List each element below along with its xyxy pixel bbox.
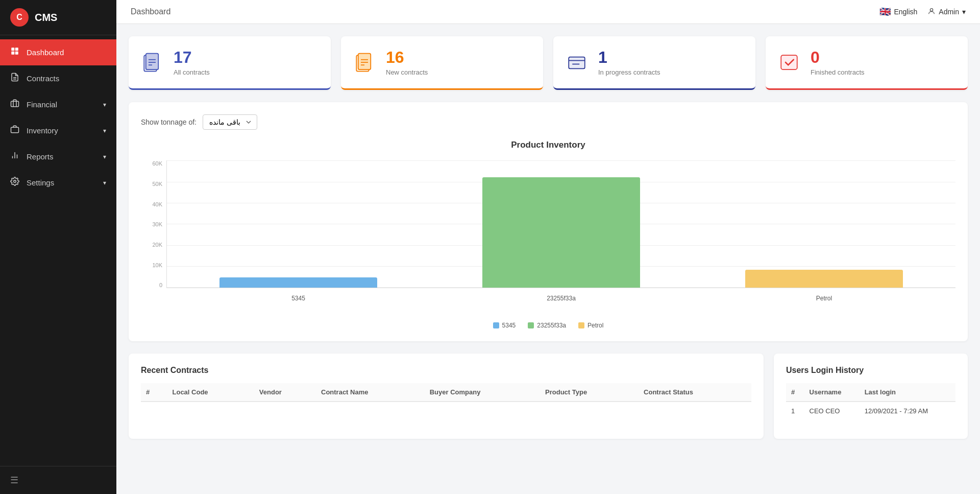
- sidebar-item-settings[interactable]: Settings ▾: [0, 170, 116, 196]
- stat-card-inprogress[interactable]: 1 In progress contracts: [553, 36, 755, 90]
- sidebar-item-reports[interactable]: Reports ▾: [0, 144, 116, 170]
- sidebar-item-contracts[interactable]: Contracts: [0, 65, 116, 91]
- col-vendor: Vendor: [254, 383, 316, 402]
- legend-item-23255f33a: 23255f33a: [528, 322, 566, 329]
- y-label-20k: 20K: [141, 242, 164, 248]
- bar-label-23255f33a: 23255f33a: [547, 295, 576, 302]
- bar-group-petrol: Petrol: [693, 160, 955, 288]
- legend-label-23255f33a: 23255f33a: [537, 322, 566, 329]
- logo-letter: C: [16, 13, 22, 22]
- recent-contracts-section: Recent Contracts # Local Code Vendor Con…: [129, 354, 764, 439]
- logo-icon: C: [10, 8, 29, 27]
- col-num: #: [141, 383, 167, 402]
- stat-label: In progress contracts: [598, 68, 660, 76]
- login-row-lastlogin: 12/09/2021 - 7:29 AM: [860, 402, 955, 420]
- login-col-num: #: [786, 383, 804, 402]
- main-area: Dashboard 🇬🇧 English Admin ▾: [116, 0, 980, 494]
- all-contracts-icon: [139, 49, 165, 76]
- recent-contracts-body: [141, 402, 751, 427]
- chevron-down-icon: ▾: [103, 127, 106, 134]
- table-row: 1 CEO CEO 12/09/2021 - 7:29 AM: [786, 402, 955, 420]
- sidebar-toggle[interactable]: ☰: [0, 466, 116, 494]
- tonnage-label: Show tonnage of:: [141, 118, 197, 126]
- table-row-empty: [141, 402, 751, 427]
- svg-rect-25: [781, 55, 797, 69]
- user-chevron-icon: ▾: [962, 8, 966, 16]
- stat-number: 16: [386, 49, 428, 66]
- stat-label: All contracts: [174, 68, 210, 76]
- stat-card-finished[interactable]: 0 Finished contracts: [766, 36, 968, 90]
- language-selector[interactable]: 🇬🇧 English: [879, 6, 917, 17]
- login-col-username: Username: [804, 383, 860, 402]
- col-buyer-company: Buyer Company: [425, 383, 540, 402]
- inprogress-contracts-icon: [564, 49, 590, 76]
- chart-legend: 5345 23255f33a Petrol: [141, 322, 955, 329]
- login-history-table: # Username Last login 1 CEO CEO 12/09/20…: [786, 383, 955, 420]
- sidebar-item-inventory[interactable]: Inventory ▾: [0, 117, 116, 144]
- chevron-down-icon: ▾: [103, 153, 106, 160]
- bar-petrol: [745, 270, 903, 288]
- chevron-down-icon: ▾: [103, 179, 106, 186]
- svg-rect-6: [11, 101, 19, 107]
- stat-label: New contracts: [386, 68, 428, 76]
- sidebar-item-financial[interactable]: Financial ▾: [0, 91, 116, 117]
- login-row-username: CEO CEO: [804, 402, 860, 420]
- stat-number: 0: [811, 49, 865, 66]
- barchart-icon: [10, 151, 19, 162]
- col-local-code: Local Code: [167, 383, 254, 402]
- svg-rect-22: [569, 57, 585, 69]
- svg-rect-2: [11, 52, 14, 55]
- wallet-icon: [10, 99, 19, 110]
- y-label-50k: 50K: [141, 181, 164, 187]
- user-icon: [927, 7, 936, 17]
- login-col-lastlogin: Last login: [860, 383, 955, 402]
- recent-contracts-table: # Local Code Vendor Contract Name Buyer …: [141, 383, 751, 427]
- content: 17 All contracts 16 New contract: [116, 24, 980, 494]
- col-product-type: Product Type: [540, 383, 639, 402]
- recent-contracts-title: Recent Contracts: [141, 366, 751, 375]
- legend-dot-23255f33a: [528, 322, 534, 328]
- stat-info-inprogress: 1 In progress contracts: [598, 49, 660, 76]
- y-label-40k: 40K: [141, 201, 164, 207]
- login-history-title: Users Login History: [786, 366, 955, 375]
- stat-info-new: 16 New contracts: [386, 49, 428, 76]
- svg-rect-13: [146, 54, 159, 70]
- y-label-0: 0: [141, 282, 164, 288]
- stat-cards: 17 All contracts 16 New contract: [129, 36, 968, 90]
- sidebar-item-dashboard[interactable]: Dashboard: [0, 39, 116, 65]
- svg-point-10: [14, 180, 16, 183]
- login-header-row: # Username Last login: [786, 383, 955, 402]
- user-label: Admin: [939, 8, 959, 16]
- chart-controls: Show tonnage of: باقی مانده: [141, 114, 955, 130]
- new-contracts-icon: [351, 49, 378, 76]
- svg-rect-0: [11, 48, 14, 51]
- stat-card-new[interactable]: 16 New contracts: [341, 36, 543, 90]
- page-title: Dashboard: [131, 7, 170, 16]
- sidebar-item-label: Settings: [27, 178, 54, 187]
- legend-dot-5345: [493, 322, 499, 328]
- login-history-body: 1 CEO CEO 12/09/2021 - 7:29 AM: [786, 402, 955, 420]
- user-menu[interactable]: Admin ▾: [927, 7, 966, 17]
- header: Dashboard 🇬🇧 English Admin ▾: [116, 0, 980, 24]
- stat-number: 17: [174, 49, 210, 66]
- svg-rect-18: [358, 54, 371, 70]
- empty-message: [141, 402, 751, 427]
- legend-label-petrol: Petrol: [587, 322, 603, 329]
- svg-rect-3: [15, 52, 18, 55]
- svg-rect-1: [15, 48, 18, 51]
- tonnage-select[interactable]: باقی مانده: [203, 114, 257, 130]
- table-header-row: # Local Code Vendor Contract Name Buyer …: [141, 383, 751, 402]
- gear-icon: [10, 177, 19, 189]
- finished-contracts-icon: [776, 49, 802, 76]
- svg-point-11: [930, 8, 933, 11]
- box-icon: [10, 125, 19, 136]
- login-history-section: Users Login History # Username Last logi…: [774, 354, 968, 439]
- app-name: CMS: [35, 12, 57, 23]
- bottom-section: Recent Contracts # Local Code Vendor Con…: [129, 354, 968, 439]
- bar-23255f33a: [482, 177, 640, 288]
- bar-group-5345: 5345: [167, 160, 430, 288]
- stat-card-all[interactable]: 17 All contracts: [129, 36, 331, 90]
- legend-item-petrol: Petrol: [578, 322, 603, 329]
- stat-info-finished: 0 Finished contracts: [811, 49, 865, 76]
- bar-label-petrol: Petrol: [816, 295, 832, 302]
